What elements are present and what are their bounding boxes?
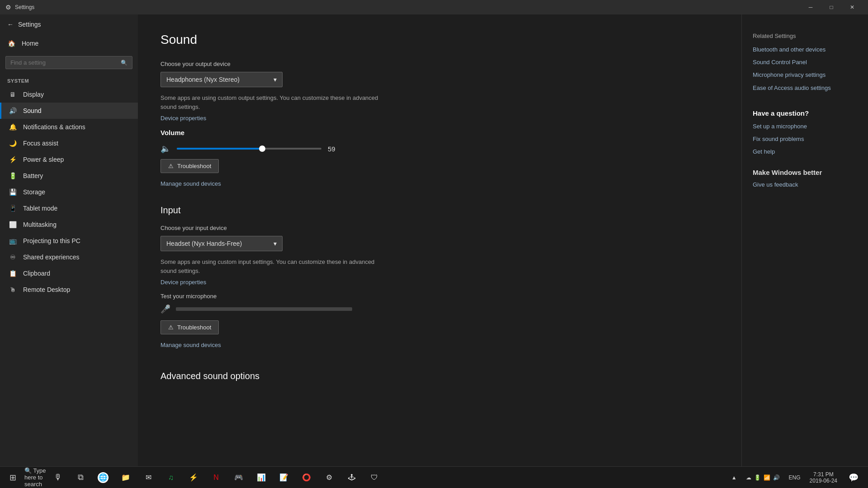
cortana-button[interactable]: 🎙	[47, 469, 69, 487]
sidebar-item-remote[interactable]: 🖱 Remote Desktop	[0, 282, 138, 298]
volume-fill	[177, 148, 262, 150]
power-icon: ⚡	[9, 156, 17, 163]
chrome-icon: 🌐	[98, 472, 108, 483]
volume-track	[177, 148, 321, 150]
input-section: Input Choose your input device Headset (…	[160, 205, 719, 348]
related-link-bluetooth[interactable]: Bluetooth and other devices	[753, 46, 857, 54]
output-manage-link[interactable]: Manage sound devices	[160, 180, 719, 187]
taskbar-app8[interactable]: 📊	[250, 469, 272, 487]
taskbar-chrome[interactable]: 🌐	[92, 469, 114, 487]
volume-row: 🔈 59	[160, 144, 719, 154]
sidebar-item-display[interactable]: 🖥 Display	[0, 86, 138, 103]
taskbar-app12[interactable]: 🛡	[363, 469, 385, 487]
search-input[interactable]	[10, 59, 117, 66]
chevron-down-icon-input: ▾	[274, 240, 277, 247]
volume-thumb[interactable]	[259, 145, 265, 152]
related-settings-title: Related Settings	[753, 33, 857, 39]
start-button[interactable]: ⊞	[2, 469, 24, 487]
taskbar-mail[interactable]: ✉	[137, 469, 159, 487]
taskbar-netflix[interactable]: N	[205, 469, 227, 487]
sidebar-item-battery[interactable]: 🔋 Battery	[0, 168, 138, 184]
taskbar-app10[interactable]: ⭕	[296, 469, 317, 487]
sidebar-item-clipboard[interactable]: 📋 Clipboard	[0, 265, 138, 282]
warning-icon-input: ⚠	[168, 324, 174, 331]
input-device-properties-link[interactable]: Device properties	[160, 279, 719, 286]
back-icon: ←	[7, 21, 14, 28]
back-button[interactable]: ← Settings	[0, 14, 138, 34]
mic-icon: 🎤	[160, 304, 170, 314]
remote-icon: 🖱	[9, 286, 17, 293]
volume-slider[interactable]	[177, 144, 321, 153]
make-better-link-feedback[interactable]: Give us feedback	[753, 181, 857, 189]
mail-icon: ✉	[143, 472, 154, 483]
sidebar-label-display: Display	[23, 91, 44, 98]
sidebar-item-multitasking[interactable]: ⬜ Multitasking	[0, 216, 138, 233]
output-device-properties-link[interactable]: Device properties	[160, 115, 719, 122]
spotify-icon: ♫	[165, 472, 176, 483]
taskbar-settings[interactable]: ⚙	[318, 469, 340, 487]
question-link-get-help[interactable]: Get help	[753, 148, 857, 156]
settings-taskbar-icon: ⚙	[324, 472, 335, 483]
question-link-fix-sound[interactable]: Fix sound problems	[753, 135, 857, 143]
system-section-label: System	[0, 75, 138, 86]
sidebar-item-focus[interactable]: 🌙 Focus assist	[0, 135, 138, 151]
taskbar-sticky[interactable]: 📝	[273, 469, 295, 487]
netflix-icon: N	[211, 472, 222, 483]
app8-icon: 📊	[256, 472, 267, 483]
sidebar-item-projecting[interactable]: 📺 Projecting to this PC	[0, 233, 138, 249]
clock[interactable]: 7:31 PM 2019-06-24	[806, 469, 841, 487]
output-device-dropdown[interactable]: Headphones (Nyx Stereo) ▾	[160, 72, 283, 87]
sidebar-label-battery: Battery	[23, 172, 43, 179]
taskbar-spotify[interactable]: ♫	[160, 469, 182, 487]
related-link-ease[interactable]: Ease of Access audio settings	[753, 84, 857, 92]
input-manage-link[interactable]: Manage sound devices	[160, 342, 719, 348]
sidebar-item-notifications[interactable]: 🔔 Notifications & actions	[0, 119, 138, 135]
sidebar: ← Settings 🏠 Home 🔍 System 🖥 Display 🔊 S…	[0, 14, 138, 466]
shared-icon: ♾	[9, 253, 17, 261]
volume-icon: 🔈	[160, 144, 170, 154]
taskbar-explorer[interactable]: 📁	[115, 469, 137, 487]
search-bar[interactable]: 🔍 Type here to search	[24, 467, 46, 488]
minimize-button[interactable]: ─	[800, 0, 821, 14]
sidebar-label-multitasking: Multitasking	[23, 221, 57, 228]
sidebar-item-sound[interactable]: 🔊 Sound	[0, 103, 138, 119]
sidebar-item-shared[interactable]: ♾ Shared experiences	[0, 249, 138, 265]
app6-icon: ⚡	[188, 472, 199, 483]
app12-icon: 🛡	[369, 472, 380, 483]
page-title: Sound	[160, 33, 719, 47]
app10-icon: ⭕	[301, 472, 312, 483]
sidebar-item-storage[interactable]: 💾 Storage	[0, 184, 138, 200]
related-link-microphone[interactable]: Microphone privacy settings	[753, 71, 857, 79]
output-troubleshoot-button[interactable]: ⚠ Troubleshoot	[160, 159, 219, 173]
multitasking-icon: ⬜	[9, 221, 17, 228]
sidebar-item-power[interactable]: ⚡ Power & sleep	[0, 151, 138, 168]
systray-chevron[interactable]: ▲	[728, 469, 741, 487]
close-button[interactable]: ✕	[842, 0, 863, 14]
search-icon: 🔍	[121, 60, 127, 66]
speaker-icon[interactable]: 🔊	[773, 474, 780, 481]
language-indicator[interactable]: ENG	[785, 469, 804, 487]
related-link-sound-panel[interactable]: Sound Control Panel	[753, 58, 857, 66]
action-center-button[interactable]: 💬	[843, 469, 864, 487]
home-icon: 🏠	[7, 40, 15, 47]
sidebar-label-storage: Storage	[23, 188, 45, 196]
task-view-button[interactable]: ⧉	[70, 469, 91, 487]
search-button[interactable]: 🔍 Type here to search	[24, 469, 46, 487]
chevron-down-icon: ▾	[274, 76, 277, 83]
taskbar: ⊞ 🔍 Type here to search 🎙 ⧉ 🌐 📁 ✉ ♫ ⚡ N …	[0, 466, 868, 488]
maximize-button[interactable]: □	[821, 0, 842, 14]
sidebar-item-home[interactable]: 🏠 Home	[0, 34, 138, 52]
question-link-setup-mic[interactable]: Set up a microphone	[753, 122, 857, 131]
input-device-dropdown[interactable]: Headset (Nyx Hands-Free) ▾	[160, 236, 283, 251]
taskbar-steam[interactable]: 🎮	[228, 469, 250, 487]
sidebar-item-tablet[interactable]: 📱 Tablet mode	[0, 200, 138, 216]
storage-icon: 💾	[9, 188, 17, 196]
sidebar-label-tablet: Tablet mode	[23, 205, 57, 212]
steam-icon: 🎮	[233, 472, 244, 483]
sticky-icon: 📝	[278, 472, 289, 483]
taskbar-steam2[interactable]: 🕹	[341, 469, 363, 487]
search-box[interactable]: 🔍	[5, 56, 132, 69]
input-troubleshoot-button[interactable]: ⚠ Troubleshoot	[160, 320, 219, 334]
taskbar-app6[interactable]: ⚡	[183, 469, 204, 487]
input-device-value: Headset (Nyx Hands-Free)	[166, 240, 242, 247]
